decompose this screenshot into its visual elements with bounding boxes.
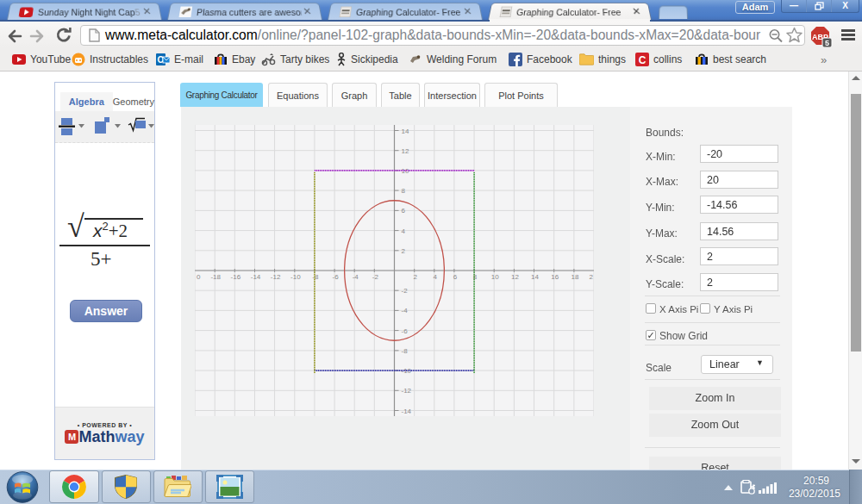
- svg-text:-18: -18: [210, 273, 221, 281]
- svg-text:8: 8: [402, 187, 406, 195]
- svg-text:-4: -4: [402, 307, 409, 314]
- svg-text:12: 12: [511, 273, 519, 281]
- svg-text:-14: -14: [251, 273, 261, 281]
- svg-text:6: 6: [453, 273, 458, 281]
- svg-text:-10: -10: [290, 273, 301, 281]
- svg-text:2: 2: [413, 273, 417, 281]
- svg-text:10: 10: [491, 273, 499, 281]
- svg-text:-2: -2: [402, 287, 409, 295]
- svg-text:-6: -6: [402, 327, 409, 335]
- svg-text:-2: -2: [372, 273, 379, 281]
- svg-text:2: 2: [402, 247, 406, 255]
- svg-text:16: 16: [551, 273, 559, 281]
- svg-text:-6: -6: [333, 273, 340, 281]
- svg-text:C: C: [639, 54, 646, 66]
- svg-text:4: 4: [402, 227, 406, 235]
- svg-text:12: 12: [402, 147, 409, 155]
- svg-text:-8: -8: [312, 273, 319, 281]
- svg-text:14: 14: [531, 273, 539, 281]
- svg-text:-12: -12: [271, 273, 281, 281]
- svg-text:18: 18: [571, 273, 578, 281]
- svg-text:4: 4: [434, 273, 438, 281]
- svg-text:14: 14: [402, 128, 409, 135]
- svg-text:-8: -8: [402, 347, 409, 355]
- svg-text:-14: -14: [402, 408, 412, 415]
- svg-text:-16: -16: [231, 273, 241, 281]
- svg-text:5: 5: [825, 39, 829, 47]
- svg-text:-12: -12: [402, 387, 412, 395]
- svg-text:0: 0: [197, 273, 201, 281]
- svg-text:2: 2: [590, 273, 594, 281]
- svg-text:-4: -4: [353, 273, 359, 281]
- svg-text:6: 6: [402, 207, 406, 215]
